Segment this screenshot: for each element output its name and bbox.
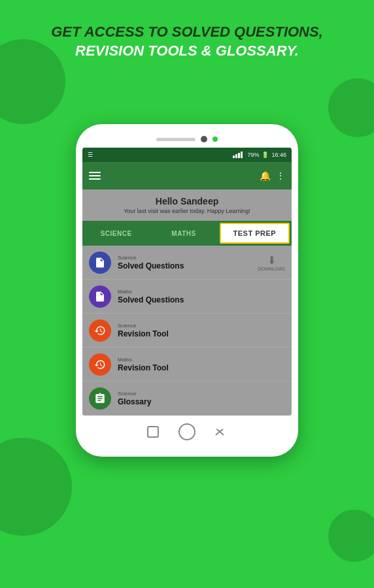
list-item-maths-revision[interactable]: Maths Revision Tool xyxy=(82,348,292,382)
item-category: Science xyxy=(118,323,285,329)
header-line2: REVISION TOOLS & GLOSSARY. xyxy=(20,42,354,61)
phone-device: ☰ 79% 🔋 16:46 🔔 xyxy=(76,124,298,457)
tab-science[interactable]: SCIENCE xyxy=(82,221,150,246)
bar4 xyxy=(241,152,243,158)
greeting-subtitle: Your last visit was earlier today. Happy… xyxy=(89,208,285,214)
tab-maths[interactable]: MATHS xyxy=(150,221,217,246)
clock: 16:46 xyxy=(271,152,286,158)
item-title: Revision Tool xyxy=(118,329,285,338)
download-icon: ⬇ xyxy=(267,254,276,267)
tab-bar: SCIENCE MATHS TEST PREP xyxy=(82,221,292,246)
item-text-maths-revision: Maths Revision Tool xyxy=(118,357,285,372)
bg-blob-bl xyxy=(0,438,72,536)
list-item-science-glossary[interactable]: Science Glossary xyxy=(82,382,292,416)
screen: ☰ 79% 🔋 16:46 🔔 xyxy=(82,148,292,416)
phone-bottom-nav xyxy=(82,423,292,444)
item-text-maths-solved: Maths Solved Questions xyxy=(118,289,285,304)
item-icon-blue-doc xyxy=(89,252,111,274)
item-category: Maths xyxy=(118,289,285,295)
bar3 xyxy=(238,153,240,158)
item-icon-green-clipboard xyxy=(89,387,111,410)
item-text-science-solved: Science Solved Questions xyxy=(118,255,258,270)
bar2 xyxy=(235,154,237,158)
item-icon-purple-doc xyxy=(89,286,111,308)
app-bar-icons: 🔔 ⋮ xyxy=(260,171,285,181)
item-icon-orange-history-2 xyxy=(89,353,111,376)
item-category: Science xyxy=(118,391,285,397)
header-text: GET ACCESS TO SOLVED QUESTIONS, REVISION… xyxy=(0,23,374,60)
battery-percent: 79% xyxy=(247,152,259,158)
app-bar: 🔔 ⋮ xyxy=(82,162,292,189)
status-bar: ☰ 79% 🔋 16:46 xyxy=(82,148,292,162)
tab-testprep[interactable]: TEST PREP xyxy=(220,223,290,244)
download-area[interactable]: ⬇ DOWNLOAD xyxy=(258,254,285,271)
camera xyxy=(201,136,207,142)
bg-blob-br xyxy=(328,510,374,562)
ham-line-2 xyxy=(89,175,101,176)
bg-blob-tr xyxy=(328,78,374,137)
item-title: Revision Tool xyxy=(118,363,285,372)
item-category: Maths xyxy=(118,357,285,363)
item-icon-orange-history xyxy=(89,319,111,342)
home-button[interactable] xyxy=(178,423,196,440)
recent-apps-button[interactable] xyxy=(147,426,159,438)
item-title: Solved Questions xyxy=(118,295,285,304)
list-item-maths-solved[interactable]: Maths Solved Questions xyxy=(82,280,292,314)
status-left: ☰ xyxy=(88,152,93,158)
hamburger-menu[interactable] xyxy=(89,172,101,180)
bar1 xyxy=(233,155,235,158)
ham-line-3 xyxy=(89,178,101,180)
back-button[interactable] xyxy=(215,426,227,438)
greeting-name: Hello Sandeep xyxy=(89,196,285,206)
signal-bars xyxy=(233,152,243,158)
item-title: Solved Questions xyxy=(118,261,258,270)
item-text-science-revision: Science Revision Tool xyxy=(118,323,285,338)
list-item-science-solved[interactable]: Science Solved Questions ⬇ DOWNLOAD xyxy=(82,246,292,280)
battery-icon: 🔋 xyxy=(262,152,269,158)
ham-line-1 xyxy=(89,172,101,173)
greeting-section: Hello Sandeep Your last visit was earlie… xyxy=(82,189,292,221)
item-title: Glossary xyxy=(118,397,285,406)
header-line1: GET ACCESS TO SOLVED QUESTIONS, xyxy=(20,23,354,42)
item-category: Science xyxy=(118,255,258,261)
list-item-science-revision[interactable]: Science Revision Tool xyxy=(82,314,292,348)
phone-top-bar xyxy=(82,136,292,142)
bell-icon[interactable]: 🔔 xyxy=(260,171,271,181)
more-options-icon[interactable]: ⋮ xyxy=(276,171,285,181)
download-label: DOWNLOAD xyxy=(258,267,285,271)
sim-icon: ☰ xyxy=(88,152,93,158)
status-right: 79% 🔋 16:46 xyxy=(233,152,286,158)
item-text-science-glossary: Science Glossary xyxy=(118,391,285,406)
led xyxy=(212,137,218,142)
speaker xyxy=(156,138,196,141)
